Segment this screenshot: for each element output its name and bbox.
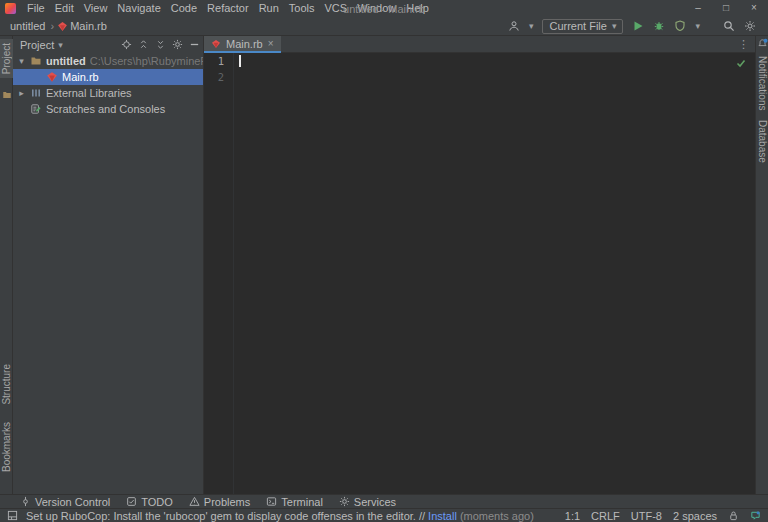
tool-window-services[interactable]: Services	[339, 496, 396, 508]
menu-refactor[interactable]: Refactor	[202, 0, 254, 17]
run-toolbar: ▾ Current File ▾ ▾	[508, 19, 768, 34]
status-message[interactable]: Set up RuboCop: Install the 'rubocop' ge…	[26, 510, 534, 522]
title-bar: File Edit View Navigate Code Refactor Ru…	[0, 0, 768, 17]
terminal-icon	[266, 496, 277, 507]
menu-code[interactable]: Code	[166, 0, 202, 17]
tool-window-label: Version Control	[35, 496, 110, 508]
search-everywhere-icon[interactable]	[723, 20, 735, 32]
close-button[interactable]: ×	[740, 0, 768, 17]
editor-gutter: 1 2	[204, 53, 234, 494]
stripe-button-structure[interactable]: Structure	[0, 360, 13, 409]
tree-item-label: Main.rb	[62, 71, 99, 83]
toggle-tool-windows-icon[interactable]	[7, 510, 18, 521]
indent-widget[interactable]: 2 spaces	[673, 510, 717, 522]
event-log-icon[interactable]	[750, 510, 761, 521]
breadcrumb-file[interactable]: Main.rb	[68, 20, 109, 32]
encoding-widget[interactable]: UTF-8	[631, 510, 662, 522]
hide-panel-icon[interactable]	[189, 39, 200, 50]
tree-item-scratches[interactable]: Scratches and Consoles	[13, 101, 203, 117]
ruby-file-icon	[46, 71, 58, 83]
stripe-button-notifications[interactable]: Notifications	[756, 52, 768, 114]
navigation-bar: untitled › Main.rb ▾ Current File ▾	[0, 17, 768, 36]
stripe-button-database[interactable]: Database	[756, 116, 768, 167]
panel-options-gear-icon[interactable]	[172, 39, 183, 50]
menu-edit[interactable]: Edit	[50, 0, 79, 17]
run-configuration-value: Current File	[549, 20, 606, 32]
stripe-button-project[interactable]: Project	[0, 39, 13, 78]
run-configuration-select[interactable]: Current File ▾	[542, 19, 623, 34]
left-tool-stripe: Project Structure Bookmarks	[0, 36, 13, 494]
editor-area[interactable]: 1 2	[204, 53, 755, 494]
code-with-me-icon[interactable]	[508, 20, 520, 32]
project-panel-title[interactable]: Project	[20, 39, 54, 51]
tool-window-label: TODO	[141, 496, 173, 508]
stripe-label-structure: Structure	[1, 364, 12, 405]
tool-window-terminal[interactable]: Terminal	[266, 496, 323, 508]
line-number: 2	[204, 69, 233, 85]
menu-navigate[interactable]: Navigate	[112, 0, 165, 17]
breadcrumb-project[interactable]: untitled	[8, 20, 47, 32]
tool-window-label: Services	[354, 496, 396, 508]
more-run-options-icon[interactable]: ▾	[695, 21, 700, 31]
project-panel-header: Project ▾	[13, 36, 203, 53]
stripe-label-notifications: Notifications	[757, 56, 768, 110]
collapse-all-icon[interactable]	[155, 39, 166, 50]
inspections-ok-icon[interactable]	[735, 57, 747, 69]
chevron-down-icon[interactable]: ▾	[17, 56, 26, 66]
editor-tab-bar: Main.rb × ⋮	[204, 36, 755, 53]
line-number: 1	[204, 53, 233, 69]
tree-item-external-libraries[interactable]: ▸ External Libraries	[13, 85, 203, 101]
chevron-down-icon[interactable]: ▾	[58, 40, 63, 50]
tool-window-version-control[interactable]: Version Control	[20, 496, 110, 508]
minimize-button[interactable]: –	[684, 0, 712, 17]
menu-tools[interactable]: Tools	[284, 0, 320, 17]
text-caret	[239, 55, 241, 67]
version-control-icon	[20, 496, 31, 507]
select-opened-file-icon[interactable]	[121, 39, 132, 50]
tree-item-label: Scratches and Consoles	[46, 103, 165, 115]
tool-window-problems[interactable]: Problems	[189, 496, 250, 508]
tab-options-icon[interactable]: ⋮	[738, 36, 749, 53]
menu-file[interactable]: File	[22, 0, 50, 17]
problems-icon	[189, 496, 200, 507]
project-folder-icon[interactable]	[0, 90, 13, 100]
tool-window-label: Problems	[204, 496, 250, 508]
status-message-text: Set up RuboCop: Install the 'rubocop' ge…	[26, 510, 428, 522]
right-tool-stripe: Notifications Database	[755, 36, 768, 494]
menu-run[interactable]: Run	[254, 0, 284, 17]
settings-gear-icon[interactable]	[744, 20, 756, 32]
project-tool-window: Project ▾	[13, 36, 204, 494]
todo-icon	[126, 496, 137, 507]
maximize-button[interactable]: □	[712, 0, 740, 17]
tab-main-rb[interactable]: Main.rb ×	[204, 36, 281, 53]
tab-label: Main.rb	[226, 38, 263, 50]
menu-view[interactable]: View	[79, 0, 113, 17]
debug-button[interactable]	[653, 20, 665, 32]
tree-item-main-rb[interactable]: Main.rb	[13, 69, 203, 85]
notifications-bell-icon[interactable]	[756, 38, 768, 49]
status-bar: Set up RuboCop: Install the 'rubocop' ge…	[0, 508, 768, 522]
readonly-lock-icon[interactable]	[728, 510, 739, 521]
close-tab-icon[interactable]: ×	[268, 38, 274, 49]
breadcrumb-separator-icon: ›	[47, 20, 57, 32]
expand-all-icon[interactable]	[138, 39, 149, 50]
stripe-label-bookmarks: Bookmarks	[1, 422, 12, 472]
chevron-right-icon[interactable]: ▸	[17, 88, 26, 98]
ruby-file-icon	[57, 21, 68, 32]
tree-item-untitled-root[interactable]: ▾ untitled C:\Users\hp\RubymineProjects\…	[13, 53, 203, 69]
window-title: untitled - Main.rb	[343, 3, 425, 15]
chevron-down-icon[interactable]: ▾	[529, 21, 534, 31]
stripe-label-project: Project	[1, 43, 12, 74]
line-separator-widget[interactable]: CRLF	[591, 510, 620, 522]
tool-window-todo[interactable]: TODO	[126, 496, 173, 508]
folder-icon	[30, 55, 42, 67]
install-link[interactable]: Install	[428, 510, 457, 522]
status-message-time: (moments ago)	[457, 510, 534, 522]
tree-item-label: External Libraries	[46, 87, 132, 99]
stripe-button-bookmarks[interactable]: Bookmarks	[0, 418, 13, 476]
caret-position-widget[interactable]: 1:1	[565, 510, 580, 522]
run-button[interactable]	[632, 20, 644, 32]
run-with-coverage-icon[interactable]	[674, 20, 686, 32]
tree-item-label: untitled	[46, 55, 86, 67]
tool-window-label: Terminal	[281, 496, 323, 508]
